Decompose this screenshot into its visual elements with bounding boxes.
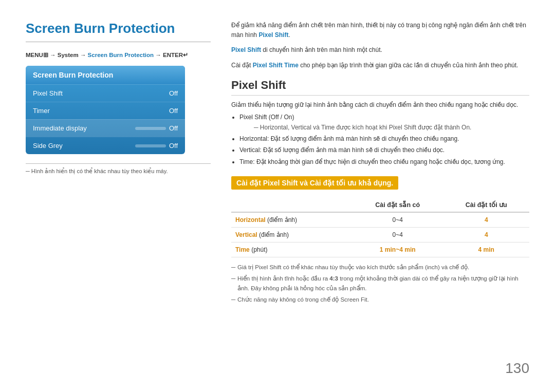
table-cell-label: Vertical (điểm ảnh) <box>231 227 352 242</box>
available-value: 1 min~4 min <box>380 246 416 253</box>
optimal-value: 4 <box>485 216 488 223</box>
table-row: Horizontal (điểm ảnh) 0~4 4 <box>231 212 529 228</box>
table-cell-available: 1 min~4 min <box>352 242 443 257</box>
sub-note-1: Horizontal, Vertical và Time được kích h… <box>254 123 529 133</box>
bottom-note-1: Giá trị Pixel Shift có thể khác nhau tùy… <box>231 263 529 272</box>
aspect-ratio: 4:3 <box>329 275 338 282</box>
right-panel: Để giảm khả năng điểm ảnh chết trên màn … <box>231 21 529 371</box>
breadcrumb: MENU⊞ → System → Screen Burn Protection … <box>26 51 211 59</box>
col-header-3: Cài đặt tối ưu <box>443 198 529 212</box>
table-cell-available: 0~4 <box>352 212 443 228</box>
slider-bar <box>135 144 166 147</box>
menu-item-value: Off <box>169 107 178 115</box>
row-label-suffix: (phút) <box>250 246 268 253</box>
optimal-value: 4 min <box>478 246 494 253</box>
menu-item-pixel-shift[interactable]: Pixel Shift Off <box>26 84 185 102</box>
bullet-item-2: Horizontal: Đặt số lượng điểm ảnh mà màn… <box>239 134 529 144</box>
bottom-notes: Giá trị Pixel Shift có thể khác nhau tùy… <box>231 263 529 305</box>
menu-item-label: Pixel Shift <box>33 89 63 97</box>
table-cell-label: Horizontal (điểm ảnh) <box>231 212 352 228</box>
slider-container: Off <box>135 124 178 132</box>
breadcrumb-arrow3: → <box>155 52 163 58</box>
section-title: Pixel Shift <box>231 79 529 96</box>
pixel-shift-time-ref: Pixel Shift Time <box>253 62 299 69</box>
bullet-item-3: Vertical: Đặt số lượng điểm ảnh mà màn h… <box>239 145 529 155</box>
table-cell-optimal: 4 <box>443 212 529 228</box>
breadcrumb-arrow1: → <box>50 52 58 58</box>
menu-item-label: Side Grey <box>33 142 63 150</box>
page-title: Screen Burn Protection <box>26 21 211 42</box>
menu-item-timer[interactable]: Timer Off <box>26 102 185 119</box>
menu-box: Screen Burn Protection Pixel Shift Off T… <box>26 66 185 154</box>
menu-item-label: Timer <box>33 107 50 115</box>
highlight-box: Cài đặt Pixel Shift và Cài đặt tối ưu kh… <box>231 176 398 190</box>
pixel-shift-ref4: Pixel Shift <box>255 264 281 270</box>
bullet-list: Pixel Shift (Off / On) Horizontal, Verti… <box>239 112 529 167</box>
col-header-2: Cài đặt sẵn có <box>352 198 443 212</box>
slider-container: Off <box>135 142 178 150</box>
time-ref: Time <box>321 124 335 131</box>
table-cell-available: 0~4 <box>352 227 443 242</box>
breadcrumb-arrow2: → <box>80 52 88 58</box>
bottom-note-2: Hiển thị hình ảnh tĩnh hoặc đầu ra 4:3 t… <box>231 274 529 293</box>
menu-header: Screen Burn Protection <box>26 66 185 84</box>
time-label: Time <box>239 158 253 165</box>
menu-item-side-grey[interactable]: Side Grey Off <box>26 137 185 154</box>
pixel-shift-ref3: Pixel Shift <box>389 124 416 131</box>
breadcrumb-highlight: Screen Burn Protection <box>88 52 154 58</box>
bullet-item-1: Pixel Shift (Off / On) Horizontal, Verti… <box>239 112 529 133</box>
breadcrumb-prefix: MENU <box>26 52 43 58</box>
pixel-shift-ref2: Pixel Shift <box>231 46 261 53</box>
vertical-label: Vertical <box>239 146 260 154</box>
left-panel: Screen Burn Protection MENU⊞ → System → … <box>26 21 211 371</box>
bottom-note-3: Chức năng này không có trong chế độ Scre… <box>231 295 529 304</box>
menu-item-value: Off <box>169 142 178 150</box>
table-header-row: Cài đặt sẵn có Cài đặt tối ưu <box>231 198 529 212</box>
intro-text-1: Để giảm khả năng điểm ảnh chết trên màn … <box>231 21 529 40</box>
left-note: Hình ảnh hiển thị có thể khác nhau tùy t… <box>26 163 211 175</box>
row-label-suffix: (điểm ảnh) <box>257 231 289 238</box>
desc-text-1: Giảm thiểu hiện tượng giữ lại hình ảnh b… <box>231 100 529 110</box>
table-cell-optimal: 4 min <box>443 242 529 257</box>
menu-item-label: Immediate display <box>33 124 87 132</box>
optimal-value: 4 <box>485 231 488 238</box>
row-label-horizontal: Horizontal <box>235 216 266 223</box>
row-label-time: Time <box>235 246 250 253</box>
table-cell-optimal: 4 <box>443 227 529 242</box>
menu-item-value: Off <box>169 124 178 132</box>
page-number: 130 <box>505 360 529 377</box>
menu-item-value: Off <box>169 89 178 97</box>
horizontal-label: Horizontal <box>239 135 267 142</box>
intro-text-3: Cài đặt Pixel Shift Time cho phép bạn lậ… <box>231 61 529 70</box>
enter-icon: ↵ <box>183 52 188 58</box>
intro-text-2: Pixel Shift di chuyển hình ảnh trên màn … <box>231 45 529 55</box>
vertical-ref: Vertical <box>291 124 311 131</box>
table-row: Time (phút) 1 min~4 min 4 min <box>231 242 529 257</box>
table-cell-label: Time (phút) <box>231 242 352 257</box>
row-label-vertical: Vertical <box>235 231 257 238</box>
screen-fit-ref: Screen Fit <box>340 296 367 303</box>
bullet-item-4: Time: Đặt khoảng thời gian để thực hiện … <box>239 157 529 167</box>
breadcrumb-system: System <box>58 52 79 58</box>
row-label-suffix: (điểm ảnh) <box>266 216 297 223</box>
menu-icon: ⊞ <box>43 52 48 58</box>
pixel-shift-ref: Pixel Shift <box>258 31 288 39</box>
slider-bar <box>135 127 166 130</box>
on-ref: On <box>461 124 470 131</box>
shift-table: Cài đặt sẵn có Cài đặt tối ưu Horizontal… <box>231 198 529 257</box>
breadcrumb-enter: ENTER <box>163 52 183 58</box>
table-row: Vertical (điểm ảnh) 0~4 4 <box>231 227 529 242</box>
pixel-shift-off-on: Pixel Shift (Off / On) <box>239 114 294 121</box>
menu-item-immediate-display[interactable]: Immediate display Off <box>26 119 185 137</box>
col-header-1 <box>231 198 352 212</box>
horizontal-ref: Horizontal <box>260 124 288 131</box>
